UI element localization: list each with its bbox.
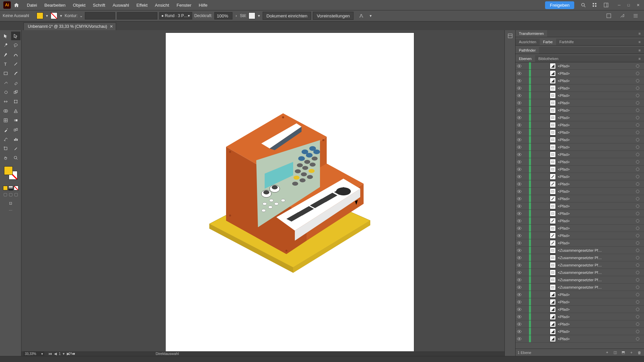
direct-selection-tool[interactable] bbox=[11, 32, 20, 40]
layer-name[interactable]: <Pfad> bbox=[556, 145, 634, 149]
visibility-toggle[interactable] bbox=[516, 300, 523, 304]
arrange-icon[interactable] bbox=[591, 1, 598, 9]
visibility-toggle[interactable] bbox=[516, 234, 523, 237]
layer-name[interactable]: <Pfad> bbox=[556, 160, 634, 164]
width-tool[interactable] bbox=[1, 97, 10, 106]
menu-auswahl[interactable]: Auswahl bbox=[109, 1, 132, 9]
target-icon[interactable] bbox=[634, 315, 641, 318]
line-tool[interactable] bbox=[11, 60, 20, 68]
target-icon[interactable] bbox=[634, 116, 641, 119]
visibility-toggle[interactable] bbox=[516, 145, 523, 149]
layer-row[interactable]: <Pfad> bbox=[516, 232, 644, 239]
layer-name[interactable]: <Pfad> bbox=[556, 71, 634, 75]
variable-width-field[interactable] bbox=[117, 12, 157, 19]
panel-menu-3[interactable]: ≡ bbox=[635, 47, 644, 54]
visibility-toggle[interactable] bbox=[516, 190, 523, 193]
prev-artboard-icon[interactable]: ◀ bbox=[54, 352, 57, 356]
visibility-toggle[interactable] bbox=[516, 182, 523, 186]
layer-name[interactable]: <Zusammengesetzter Pf… bbox=[556, 256, 634, 260]
tab-farbe[interactable]: Farbe bbox=[540, 39, 556, 45]
layer-name[interactable]: <Pfad> bbox=[556, 108, 634, 112]
rotate-view-field[interactable]: 0° ▾ bbox=[68, 352, 75, 356]
layer-name[interactable]: <Pfad> bbox=[556, 197, 634, 201]
shaper-tool[interactable] bbox=[1, 78, 10, 87]
menu-effekt[interactable]: Effekt bbox=[133, 1, 151, 9]
free-transform-tool[interactable] bbox=[11, 97, 20, 106]
layer-row[interactable]: <Pfad> bbox=[516, 210, 644, 217]
layer-name[interactable]: <Pfad> bbox=[556, 300, 634, 304]
delete-layer-icon[interactable]: 🗑 bbox=[637, 350, 642, 355]
share-button[interactable]: Freigeben bbox=[545, 1, 574, 9]
target-icon[interactable] bbox=[634, 249, 641, 252]
pen-tool[interactable] bbox=[1, 50, 10, 59]
menu-ansicht[interactable]: Ansicht bbox=[152, 1, 173, 9]
slice-tool[interactable] bbox=[11, 144, 20, 153]
layer-row[interactable]: <Pfad> bbox=[516, 335, 644, 343]
target-icon[interactable] bbox=[634, 263, 641, 267]
layer-row[interactable]: <Pfad> bbox=[516, 151, 644, 158]
layer-name[interactable]: <Pfad> bbox=[556, 138, 634, 142]
stroke-dropdown[interactable]: ▾ bbox=[59, 13, 63, 18]
visibility-toggle[interactable] bbox=[516, 168, 523, 171]
target-icon[interactable] bbox=[634, 300, 641, 304]
target-icon[interactable] bbox=[634, 101, 641, 105]
zoom-tool[interactable] bbox=[11, 154, 20, 162]
target-icon[interactable] bbox=[634, 337, 641, 341]
lasso-tool[interactable] bbox=[11, 41, 20, 50]
layer-row[interactable]: <Zusammengesetzter Pf… bbox=[516, 276, 644, 284]
shape-builder-tool[interactable] bbox=[1, 107, 10, 115]
target-icon[interactable] bbox=[634, 190, 641, 193]
visibility-toggle[interactable] bbox=[516, 241, 523, 245]
symbol-sprayer-tool[interactable] bbox=[1, 135, 10, 143]
layer-row[interactable]: <Pfad> bbox=[516, 84, 644, 92]
minimize-button[interactable]: ─ bbox=[614, 2, 624, 8]
target-icon[interactable] bbox=[634, 72, 641, 75]
visibility-toggle[interactable] bbox=[516, 160, 523, 164]
target-icon[interactable] bbox=[634, 256, 641, 259]
target-icon[interactable] bbox=[634, 86, 641, 90]
artboard-number[interactable]: 1 bbox=[59, 352, 61, 356]
fill-stroke-indicator[interactable] bbox=[4, 166, 17, 180]
search-icon[interactable] bbox=[580, 1, 587, 9]
visibility-toggle[interactable] bbox=[516, 219, 523, 223]
screen-mode[interactable]: ⊡ bbox=[9, 201, 12, 204]
fill-color-box[interactable] bbox=[4, 166, 13, 175]
visibility-toggle[interactable] bbox=[516, 337, 523, 341]
zoom-field[interactable]: 33,33%▾ bbox=[23, 351, 44, 356]
style-swatch[interactable] bbox=[249, 12, 255, 19]
close-button[interactable]: ✕ bbox=[633, 2, 643, 8]
layer-row[interactable]: <Pfad> bbox=[516, 114, 644, 121]
type-tool[interactable]: T bbox=[1, 60, 10, 68]
layer-row[interactable]: <Zusammengesetzter Pf… bbox=[516, 247, 644, 254]
target-icon[interactable] bbox=[634, 64, 641, 68]
target-icon[interactable] bbox=[634, 330, 641, 333]
visibility-toggle[interactable] bbox=[516, 330, 523, 333]
target-icon[interactable] bbox=[634, 145, 641, 149]
eraser-tool[interactable] bbox=[11, 78, 20, 87]
column-graph-tool[interactable] bbox=[11, 135, 20, 143]
canvas-area[interactable]: 33,33%▾ 0° ▾ ⏮ ◀ 1 ▾ ▶ ⏭ Direktauswahl bbox=[21, 30, 504, 356]
draw-normal[interactable] bbox=[4, 193, 7, 196]
stroke-swatch[interactable] bbox=[51, 12, 57, 19]
layer-row[interactable]: <Pfad> bbox=[516, 306, 644, 313]
gpu-icon[interactable] bbox=[605, 12, 612, 19]
magic-wand-tool[interactable] bbox=[1, 41, 10, 50]
edit-toolbar-icon[interactable]: ⋯ bbox=[9, 208, 12, 213]
visibility-toggle[interactable] bbox=[516, 123, 523, 127]
tab-pathfinder[interactable]: Pathfinder bbox=[516, 47, 539, 54]
target-icon[interactable] bbox=[634, 131, 641, 134]
blend-tool[interactable] bbox=[11, 125, 20, 134]
layer-row[interactable]: <Pfad> bbox=[516, 328, 644, 335]
close-tab-icon[interactable]: ✕ bbox=[110, 24, 113, 29]
target-icon[interactable] bbox=[634, 182, 641, 186]
target-icon[interactable] bbox=[634, 175, 641, 178]
panel-menu-icon[interactable] bbox=[632, 12, 639, 19]
panel-menu-2[interactable]: ≡ bbox=[635, 39, 644, 45]
cpu-icon[interactable] bbox=[619, 12, 626, 19]
brush-profile-select[interactable]: Rund · 3 P…▾ bbox=[159, 12, 192, 19]
layer-name[interactable]: <Zusammengesetzter Pf… bbox=[556, 285, 634, 289]
layer-row[interactable]: <Pfad> bbox=[516, 107, 644, 114]
target-icon[interactable] bbox=[634, 123, 641, 127]
layer-name[interactable]: <Pfad> bbox=[556, 189, 634, 193]
fill-swatch[interactable] bbox=[37, 12, 43, 19]
